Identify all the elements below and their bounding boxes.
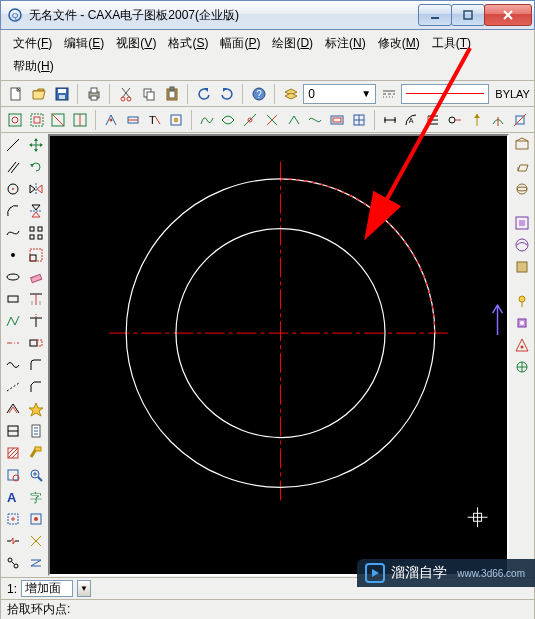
render-2-icon[interactable] bbox=[512, 235, 532, 255]
chain-icon[interactable] bbox=[3, 377, 23, 397]
array-icon[interactable] bbox=[26, 223, 46, 243]
drawing-canvas[interactable] bbox=[50, 136, 507, 574]
print-icon[interactable] bbox=[83, 83, 104, 105]
menu-view[interactable]: 视图(V) bbox=[110, 32, 162, 55]
light-2-icon[interactable] bbox=[512, 313, 532, 333]
copy-icon[interactable] bbox=[138, 83, 159, 105]
close-button[interactable] bbox=[484, 4, 532, 26]
layer-select[interactable]: 0 ▼ bbox=[303, 84, 376, 104]
curve-5-icon[interactable] bbox=[284, 109, 304, 131]
linetype-icon[interactable] bbox=[378, 83, 399, 105]
break-icon[interactable] bbox=[3, 531, 23, 551]
explode-icon[interactable] bbox=[26, 399, 46, 419]
menu-frame[interactable]: 幅面(P) bbox=[214, 32, 266, 55]
tool-a-icon[interactable] bbox=[101, 109, 121, 131]
menu-tools[interactable]: 工具(T) bbox=[426, 32, 477, 55]
redo-icon[interactable] bbox=[216, 83, 237, 105]
block-q-icon[interactable] bbox=[3, 465, 23, 485]
light-1-icon[interactable] bbox=[512, 291, 532, 311]
centerline-icon[interactable] bbox=[3, 333, 23, 353]
line-icon[interactable] bbox=[3, 135, 23, 155]
erase-icon[interactable] bbox=[26, 267, 46, 287]
point-icon[interactable] bbox=[3, 245, 23, 265]
tool-d-icon[interactable] bbox=[166, 109, 186, 131]
extend-icon[interactable] bbox=[26, 311, 46, 331]
dim-a-icon[interactable]: A bbox=[401, 109, 421, 131]
menu-file[interactable]: 文件(F) bbox=[7, 32, 58, 55]
region-1-icon[interactable] bbox=[5, 109, 25, 131]
menu-modify[interactable]: 修改(M) bbox=[372, 32, 426, 55]
stretch-icon[interactable] bbox=[26, 333, 46, 353]
layers-icon[interactable] bbox=[280, 83, 301, 105]
dim-f-icon[interactable] bbox=[510, 109, 530, 131]
help-icon[interactable]: ? bbox=[248, 83, 269, 105]
menu-annot[interactable]: 标注(N) bbox=[319, 32, 372, 55]
new-file-icon[interactable] bbox=[5, 83, 26, 105]
menu-help[interactable]: 帮助(H) bbox=[7, 55, 60, 78]
scale-icon[interactable] bbox=[26, 245, 46, 265]
text-b-icon[interactable]: 字 bbox=[26, 487, 46, 507]
match-icon[interactable] bbox=[26, 443, 46, 463]
dim-c-icon[interactable] bbox=[445, 109, 465, 131]
menu-edit[interactable]: 编辑(E) bbox=[58, 32, 110, 55]
extra-1-icon[interactable] bbox=[3, 553, 23, 573]
mode-dropdown-button[interactable]: ▼ bbox=[77, 580, 91, 597]
rect-icon[interactable] bbox=[3, 289, 23, 309]
undo-icon[interactable] bbox=[193, 83, 214, 105]
circle-icon[interactable] bbox=[3, 179, 23, 199]
cut-icon[interactable] bbox=[115, 83, 136, 105]
save-icon[interactable] bbox=[51, 83, 72, 105]
region-4-icon[interactable] bbox=[70, 109, 90, 131]
trim-icon[interactable] bbox=[26, 289, 46, 309]
menu-draw[interactable]: 绘图(D) bbox=[266, 32, 319, 55]
fillet-icon[interactable] bbox=[26, 355, 46, 375]
grid-icon[interactable] bbox=[349, 109, 369, 131]
tool-x-icon[interactable] bbox=[26, 509, 46, 529]
offset-icon[interactable] bbox=[3, 399, 23, 419]
curve-1-icon[interactable] bbox=[197, 109, 217, 131]
menu-format[interactable]: 格式(S) bbox=[162, 32, 214, 55]
frame-icon[interactable] bbox=[327, 109, 347, 131]
tool-c-icon[interactable]: T bbox=[144, 109, 164, 131]
maximize-button[interactable] bbox=[451, 4, 485, 26]
move-icon[interactable] bbox=[26, 135, 46, 155]
curve-3-icon[interactable] bbox=[240, 109, 260, 131]
ellipse-icon[interactable] bbox=[3, 267, 23, 287]
parallel-icon[interactable] bbox=[3, 157, 23, 177]
dim-h-icon[interactable] bbox=[380, 109, 400, 131]
tool-z-icon[interactable] bbox=[26, 553, 46, 573]
arc-icon[interactable] bbox=[3, 201, 23, 221]
curve-6-icon[interactable] bbox=[306, 109, 326, 131]
dim-d-icon[interactable] bbox=[467, 109, 487, 131]
light-4-icon[interactable] bbox=[512, 357, 532, 377]
hatch-a-icon[interactable] bbox=[3, 421, 23, 441]
light-3-icon[interactable] bbox=[512, 335, 532, 355]
render-3-icon[interactable] bbox=[512, 257, 532, 277]
curve-2-icon[interactable] bbox=[219, 109, 239, 131]
view-3-icon[interactable] bbox=[512, 179, 532, 199]
minimize-button[interactable] bbox=[418, 4, 452, 26]
polyline-icon[interactable] bbox=[3, 311, 23, 331]
hatch-b-icon[interactable] bbox=[3, 443, 23, 463]
paste-icon[interactable] bbox=[161, 83, 182, 105]
view-2-icon[interactable] bbox=[512, 157, 532, 177]
region-2-icon[interactable] bbox=[27, 109, 47, 131]
chamfer-icon[interactable] bbox=[26, 377, 46, 397]
prop-icon[interactable] bbox=[26, 421, 46, 441]
dim-t-icon[interactable] bbox=[423, 109, 443, 131]
mode-field[interactable]: 增加面 bbox=[21, 580, 73, 597]
mirror-h-icon[interactable] bbox=[26, 179, 46, 199]
zoom-in-icon[interactable] bbox=[26, 465, 46, 485]
text-a-icon[interactable]: A bbox=[3, 487, 23, 507]
view-1-icon[interactable] bbox=[512, 135, 532, 155]
rotate-icon[interactable] bbox=[26, 157, 46, 177]
insert-icon[interactable] bbox=[3, 509, 23, 529]
linetype-select[interactable] bbox=[401, 84, 489, 104]
mirror-v-icon[interactable] bbox=[26, 201, 46, 221]
region-3-icon[interactable] bbox=[49, 109, 69, 131]
open-file-icon[interactable] bbox=[28, 83, 49, 105]
spline-icon[interactable] bbox=[3, 223, 23, 243]
render-1-icon[interactable] bbox=[512, 213, 532, 233]
tool-b-icon[interactable] bbox=[123, 109, 143, 131]
tool-y-icon[interactable] bbox=[26, 531, 46, 551]
